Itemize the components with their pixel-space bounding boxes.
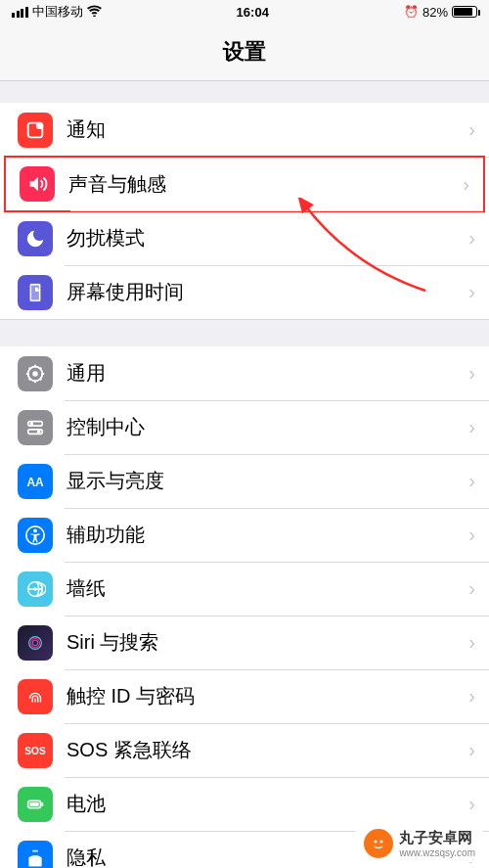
- status-right: ⏰ 82%: [404, 5, 477, 20]
- watermark-logo-icon: [364, 829, 393, 858]
- row-label: 通用: [67, 360, 468, 387]
- notifications-icon: [18, 113, 53, 148]
- settings-row-notifications[interactable]: 通知›: [0, 103, 489, 157]
- settings-row-display[interactable]: AA显示与亮度›: [0, 454, 489, 508]
- svg-rect-19: [41, 802, 43, 806]
- sound-icon: [20, 166, 55, 202]
- watermark: 丸子安卓网 www.wzsqsy.com: [356, 825, 483, 862]
- row-label: 控制中心: [67, 414, 468, 440]
- chevron-right-icon: ›: [468, 524, 475, 546]
- control-icon: [18, 410, 53, 445]
- settings-group: 通知›声音与触感›勿扰模式›屏幕使用时间›: [0, 103, 489, 319]
- svg-point-16: [32, 640, 38, 646]
- settings-row-touchid[interactable]: 触控 ID 与密码›: [0, 669, 489, 723]
- settings-row-dnd[interactable]: 勿扰模式›: [0, 211, 489, 265]
- row-label: 墙纸: [67, 575, 468, 602]
- settings-row-accessibility[interactable]: 辅助功能›: [0, 508, 489, 562]
- settings-row-siri[interactable]: Siri 与搜索›: [0, 616, 489, 669]
- chevron-right-icon: ›: [468, 118, 475, 141]
- svg-point-1: [36, 121, 43, 128]
- general-icon: [18, 356, 53, 391]
- watermark-brand: 丸子安卓网: [399, 829, 472, 845]
- dnd-icon: [18, 221, 53, 256]
- battery-percent: 82%: [422, 5, 448, 20]
- chevron-right-icon: ›: [468, 577, 475, 600]
- privacy-icon: [18, 841, 53, 869]
- chevron-right-icon: ›: [468, 362, 475, 385]
- settings-row-screentime[interactable]: 屏幕使用时间›: [0, 265, 489, 319]
- settings-row-sos[interactable]: SOSSOS 紧急联络›: [0, 723, 489, 777]
- alarm-icon: ⏰: [404, 5, 419, 19]
- row-label: 电池: [67, 791, 468, 817]
- settings-group: 通用›控制中心›AA显示与亮度›辅助功能›墙纸›Siri 与搜索›触控 ID 与…: [0, 346, 489, 868]
- settings-row-battery[interactable]: 电池›: [0, 777, 489, 831]
- svg-point-8: [37, 430, 41, 434]
- page-title: 设置: [0, 37, 489, 67]
- row-label: 勿扰模式: [67, 225, 468, 251]
- row-label: 触控 ID 与密码: [67, 683, 468, 709]
- row-label: 声音与触感: [68, 171, 463, 198]
- chevron-right-icon: ›: [468, 631, 475, 654]
- settings-row-control[interactable]: 控制中心›: [0, 400, 489, 454]
- svg-point-11: [33, 528, 37, 532]
- touchid-icon: [18, 679, 53, 714]
- svg-text:AA: AA: [26, 475, 44, 488]
- row-label: 显示与亮度: [67, 468, 468, 494]
- chevron-right-icon: ›: [468, 470, 475, 492]
- svg-point-6: [30, 422, 34, 426]
- status-bar: 中国移动 16:04 ⏰ 82%: [0, 0, 489, 23]
- svg-point-22: [369, 834, 388, 853]
- svg-rect-21: [29, 857, 42, 866]
- chevron-right-icon: ›: [468, 793, 475, 815]
- row-label: 通知: [67, 116, 468, 143]
- accessibility-icon: [18, 518, 53, 553]
- battery-icon: [452, 6, 477, 18]
- chevron-right-icon: ›: [463, 173, 469, 196]
- svg-point-4: [32, 371, 38, 377]
- wallpaper-icon: [18, 571, 53, 607]
- battery-icon: [18, 787, 53, 822]
- settings-row-wallpaper[interactable]: 墙纸›: [0, 562, 489, 616]
- chevron-right-icon: ›: [468, 281, 475, 303]
- svg-point-23: [375, 841, 378, 844]
- svg-rect-20: [30, 802, 39, 806]
- chevron-right-icon: ›: [468, 416, 475, 438]
- row-label: 屏幕使用时间: [67, 279, 468, 305]
- signal-icon: [12, 7, 28, 18]
- row-label: 辅助功能: [67, 522, 468, 548]
- watermark-url: www.wzsqsy.com: [399, 847, 475, 858]
- nav-header: 设置: [0, 23, 489, 81]
- row-label: Siri 与搜索: [67, 629, 468, 656]
- svg-text:SOS: SOS: [24, 745, 46, 755]
- screentime-icon: [18, 275, 53, 310]
- svg-point-24: [380, 841, 383, 844]
- row-label: SOS 紧急联络: [67, 737, 468, 763]
- status-time: 16:04: [237, 5, 269, 20]
- settings-row-general[interactable]: 通用›: [0, 346, 489, 400]
- sos-icon: SOS: [18, 733, 53, 768]
- chevron-right-icon: ›: [468, 739, 475, 761]
- status-left: 中国移动: [12, 3, 102, 21]
- siri-icon: [18, 625, 53, 661]
- display-icon: AA: [18, 464, 53, 499]
- chevron-right-icon: ›: [468, 227, 475, 250]
- chevron-right-icon: ›: [468, 685, 475, 708]
- settings-row-sound[interactable]: 声音与触感›: [4, 156, 485, 212]
- carrier-label: 中国移动: [32, 3, 83, 21]
- wifi-icon: [87, 5, 102, 20]
